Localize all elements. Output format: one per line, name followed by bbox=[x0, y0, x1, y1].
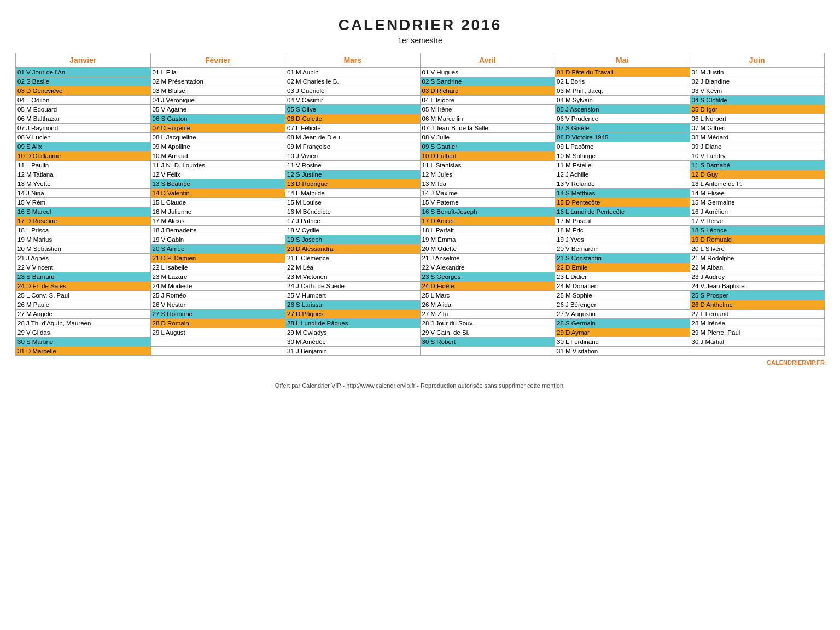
table-row: 15 M Louise bbox=[285, 198, 421, 207]
table-row: 06 D Colette bbox=[285, 114, 421, 124]
table-row: 19 V Gabin bbox=[150, 235, 285, 244]
table-row: 30 J Martial bbox=[690, 337, 825, 347]
table-row: 17 M Alexis bbox=[150, 217, 285, 226]
table-row: 01 L Ella bbox=[150, 68, 285, 77]
table-row: 22 V Alexandre bbox=[420, 263, 555, 272]
table-row: 25 M Sophie bbox=[555, 291, 690, 300]
table-row: 24 M Donatien bbox=[555, 282, 690, 291]
table-row: 18 M Éric bbox=[555, 226, 690, 235]
table-row: 22 M Léa bbox=[285, 263, 421, 272]
table-row: 14 D Valentin bbox=[150, 189, 285, 198]
table-row: 07 J Raymond bbox=[16, 124, 151, 133]
table-row: 24 J Cath. de Suède bbox=[285, 282, 421, 291]
table-row: 20 V Bernardin bbox=[555, 244, 690, 254]
table-row: 17 V Hervé bbox=[690, 217, 825, 226]
table-row: 10 M Solange bbox=[555, 151, 690, 161]
table-row: 29 L August bbox=[150, 328, 285, 337]
table-row: 07 J Jean-B. de la Salle bbox=[420, 124, 555, 133]
table-row: 23 L Didier bbox=[555, 272, 690, 282]
table-row: 27 M Zita bbox=[420, 310, 555, 319]
table-row: 16 M Bénédicte bbox=[285, 207, 421, 217]
table-row: 18 J Bernadette bbox=[150, 226, 285, 235]
table-row: 06 V Prudence bbox=[555, 114, 690, 124]
table-row: 30 L Ferdinand bbox=[555, 337, 690, 347]
table-row: 15 M Germaine bbox=[690, 198, 825, 207]
table-row: 16 L Lundi de Pentecôte bbox=[555, 207, 690, 217]
table-row: 09 J Diane bbox=[690, 142, 825, 151]
table-row: 16 J Aurélien bbox=[690, 207, 825, 217]
table-row: 31 M Visitation bbox=[555, 347, 690, 356]
page-title: CALENDRIER 2016 bbox=[339, 16, 502, 34]
table-row: 24 D Fidèle bbox=[420, 282, 555, 291]
table-row: 27 L Fernand bbox=[690, 310, 825, 319]
table-row: 09 S Gautier bbox=[420, 142, 555, 151]
table-row: 23 S Barnard bbox=[16, 272, 151, 282]
table-row: 02 M Présentation bbox=[150, 77, 285, 86]
table-row: 03 M Blaise bbox=[150, 86, 285, 96]
table-row: 20 M Odette bbox=[420, 244, 555, 254]
table-row: 25 L Marc bbox=[420, 291, 555, 300]
table-row: 08 M Médard bbox=[690, 133, 825, 142]
table-row: 08 D Victoire 1945 bbox=[555, 133, 690, 142]
table-row: 04 V Casimir bbox=[285, 96, 421, 105]
table-row: 29 D Aymar bbox=[555, 328, 690, 337]
table-row: 13 V Rolande bbox=[555, 179, 690, 189]
table-row: 11 L Stanislas bbox=[420, 161, 555, 170]
table-row: 27 V Augustin bbox=[555, 310, 690, 319]
table-row: 26 J Bérenger bbox=[555, 300, 690, 310]
table-row: 31 J Benjamin bbox=[285, 347, 421, 356]
table-row: 04 S Clotilde bbox=[690, 96, 825, 105]
table-row: 01 M Justin bbox=[690, 68, 825, 77]
table-row: 08 M Jean de Dieu bbox=[285, 133, 421, 142]
table-row: 24 M Modeste bbox=[150, 282, 285, 291]
table-row bbox=[420, 347, 555, 356]
table-row: 16 S Marcel bbox=[16, 207, 151, 217]
table-row: 07 S Gisèle bbox=[555, 124, 690, 133]
table-row: 09 M Apolline bbox=[150, 142, 285, 151]
table-row: 07 M Gilbert bbox=[690, 124, 825, 133]
table-row: 20 M Sébastien bbox=[16, 244, 151, 254]
table-row: 09 M Françoise bbox=[285, 142, 421, 151]
table-row: 02 S Sandrine bbox=[420, 77, 555, 86]
table-row: 17 M Pascal bbox=[555, 217, 690, 226]
table-row: 03 D Richard bbox=[420, 86, 555, 96]
table-row: 15 V Paterne bbox=[420, 198, 555, 207]
table-row: 28 D Romain bbox=[150, 319, 285, 328]
header-february: Février bbox=[150, 53, 285, 68]
table-row: 22 V Vincent bbox=[16, 263, 151, 272]
table-row: 25 V Humbert bbox=[285, 291, 421, 300]
subtitle: 1er semestre bbox=[398, 36, 442, 45]
table-row: 11 J N.-D. Lourdes bbox=[150, 161, 285, 170]
table-row: 20 D Alessandra bbox=[285, 244, 421, 254]
table-row: 01 M Aubin bbox=[285, 68, 421, 77]
table-row: 06 L Norbert bbox=[690, 114, 825, 124]
table-row: 19 M Emma bbox=[420, 235, 555, 244]
header-april: Avril bbox=[420, 53, 555, 68]
table-row: 26 V Nestor bbox=[150, 300, 285, 310]
table-row: 23 M Lazare bbox=[150, 272, 285, 282]
table-row: 18 L Prisca bbox=[16, 226, 151, 235]
table-row: 25 S Prosper bbox=[690, 291, 825, 300]
table-row: 04 M Sylvain bbox=[555, 96, 690, 105]
table-row: 19 D Romuald bbox=[690, 235, 825, 244]
table-row: 12 V Félix bbox=[150, 170, 285, 179]
table-row: 22 L Isabelle bbox=[150, 263, 285, 272]
table-row: 05 V Agathe bbox=[150, 105, 285, 114]
table-row: 03 V Kévin bbox=[690, 86, 825, 96]
table-row: 18 S Léonce bbox=[690, 226, 825, 235]
table-row: 26 D Anthelme bbox=[690, 300, 825, 310]
table-row: 11 M Estelle bbox=[555, 161, 690, 170]
footer-note: Offert par Calendrier VIP - http://www.c… bbox=[275, 382, 565, 389]
table-row: 23 J Audrey bbox=[690, 272, 825, 282]
table-row: 12 M Jules bbox=[420, 170, 555, 179]
table-row: 11 S Barnabé bbox=[690, 161, 825, 170]
table-row bbox=[150, 337, 285, 347]
table-row: 09 S Alix bbox=[16, 142, 151, 151]
calendar-table: Janvier Février Mars Avril Mai Juin 01 V… bbox=[15, 52, 825, 356]
table-row: 14 J Maxime bbox=[420, 189, 555, 198]
table-row: 13 S Béatrice bbox=[150, 179, 285, 189]
table-row: 10 J Vivien bbox=[285, 151, 421, 161]
table-row: 22 M Alban bbox=[690, 263, 825, 272]
table-row: 10 V Landry bbox=[690, 151, 825, 161]
table-row: 21 D P. Damien bbox=[150, 254, 285, 263]
